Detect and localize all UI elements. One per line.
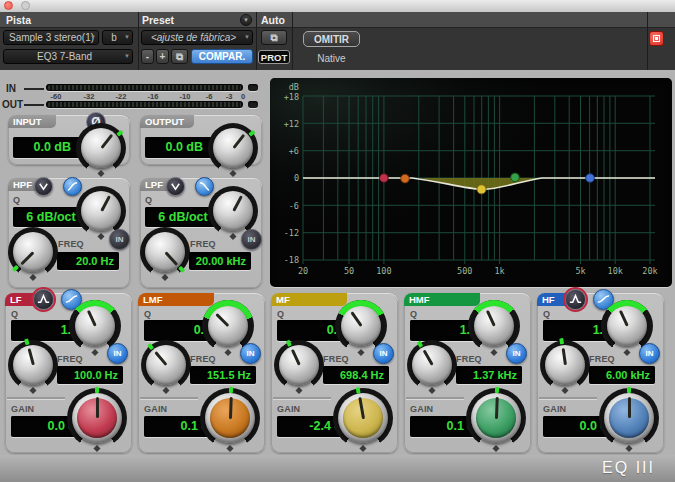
knob-pointer — [232, 195, 243, 212]
mf-freq-knob[interactable] — [272, 338, 326, 392]
input-clip-led[interactable] — [248, 84, 258, 91]
preset-selector[interactable]: <ajuste de fábrica>▼ — [141, 30, 253, 45]
hf-gain-knob[interactable] — [597, 386, 661, 450]
plugin-header: Pista Preset Auto ▼ Sample 3 stereo(1)▼ … — [0, 12, 675, 70]
plugin-selector[interactable]: EQ3 7-Band▼ — [3, 49, 133, 64]
lf-in-button[interactable]: IN — [107, 343, 128, 364]
target-icon — [653, 35, 660, 42]
hf-gain-label: GAIN — [543, 404, 566, 414]
svg-text:+6: +6 — [289, 146, 299, 156]
lmf-band-handle[interactable] — [401, 174, 410, 183]
svg-text:20k: 20k — [642, 266, 657, 276]
input-gain-knob[interactable] — [74, 121, 128, 175]
preset-section-label: Preset — [142, 14, 174, 26]
input-gain-value: 0.0 dB — [13, 137, 83, 158]
mf-gain-knob[interactable] — [331, 386, 395, 450]
hmf-q-label: Q — [410, 309, 417, 319]
compare-button[interactable]: COMPAR. — [191, 49, 253, 64]
hf-in-button[interactable]: IN — [639, 343, 660, 364]
knob-indicator — [627, 387, 631, 393]
librarian-menu-button[interactable]: ⧉ — [171, 49, 188, 64]
hmf-freq-value: 1.37 kHz — [456, 366, 522, 384]
meter-scale-tick: -32 — [84, 92, 95, 101]
overlap-squares-icon: ⧉ — [270, 32, 277, 44]
lmf-gain-knob[interactable] — [198, 386, 262, 450]
bypass-button[interactable]: OMITIR — [303, 31, 360, 47]
hmf-freq-knob[interactable] — [405, 338, 459, 392]
lmf-gain-label: GAIN — [144, 404, 167, 414]
knob-pointer — [422, 349, 433, 365]
preset-next-button[interactable]: + — [156, 49, 169, 64]
svg-text:100: 100 — [376, 266, 391, 276]
output-gain-knob[interactable] — [206, 121, 260, 175]
minimize-button[interactable] — [21, 1, 30, 10]
lmf-freq-value: 151.5 Hz — [190, 366, 256, 384]
meter-scale-tick: 0 — [241, 92, 245, 101]
knob-pointer — [154, 351, 167, 366]
lf-q-label: Q — [11, 309, 18, 319]
mf-in-button[interactable]: IN — [373, 343, 394, 364]
knob-pointer — [164, 251, 178, 266]
hpf-in-button[interactable]: IN — [109, 229, 130, 250]
hpf-notch-type-button[interactable] — [34, 177, 53, 196]
knob-pointer — [229, 396, 233, 418]
svg-text:-18: -18 — [284, 255, 299, 265]
knob-pointer — [350, 311, 362, 327]
divider — [140, 397, 198, 400]
meter-scale-tick: -22 — [116, 92, 127, 101]
chevron-down-icon: ▼ — [243, 17, 249, 23]
close-button[interactable] — [4, 1, 13, 10]
lpf-freq-knob[interactable] — [138, 225, 192, 279]
knob-pointer — [27, 348, 34, 365]
lf-band-handle[interactable] — [380, 174, 389, 183]
meter-out-label: OUT — [2, 99, 23, 110]
lmf-q-label: Q — [144, 309, 151, 319]
lmf-in-button[interactable]: IN — [240, 343, 261, 364]
svg-text:0: 0 — [294, 173, 299, 183]
plugin-name: EQ3 7-Band — [37, 51, 92, 62]
hpf-freq-knob[interactable] — [6, 225, 60, 279]
lf-gain-knob[interactable] — [65, 386, 129, 450]
playlist-name: b — [111, 32, 117, 43]
knob-pointer — [290, 349, 300, 366]
lf-freq-knob[interactable] — [6, 338, 60, 392]
output-section: OUTPUT 0.0 dB — [140, 115, 262, 165]
divider — [7, 397, 65, 400]
band-lf: LF Q 1.00 IN FREQ 100.0 Hz GAIN 0.0 dB — [5, 293, 132, 453]
knob-pointer — [561, 348, 566, 365]
eq-frequency-graph[interactable]: dB +18 +12 +6 0 -6 -12 -18 20 50 100 500… — [270, 78, 672, 287]
meter-scale-tick: -6 — [206, 92, 213, 101]
divider — [539, 397, 597, 400]
knob-cap — [81, 191, 121, 231]
hmf-band-handle[interactable] — [511, 173, 520, 182]
peak-curve-icon — [36, 292, 51, 307]
track-selector[interactable]: Sample 3 stereo(1)▼ — [3, 30, 99, 45]
preset-previous-button[interactable]: - — [141, 49, 154, 64]
hpf-section: HPF Q 6 dB/oct FREQ 20.0 Hz IN — [8, 178, 130, 288]
band-lmf: LMF Q 0.53 IN FREQ 151.5 Hz GAIN 0.1 dB — [138, 293, 265, 453]
hf-band-handle[interactable] — [586, 174, 595, 183]
svg-text:+12: +12 — [284, 119, 299, 129]
hf-freq-knob[interactable] — [538, 338, 592, 392]
knob-indicator — [559, 338, 564, 344]
knob-pointer — [215, 313, 229, 327]
header-divider — [647, 12, 648, 70]
lpf-in-button[interactable]: IN — [241, 229, 262, 250]
output-clip-led[interactable] — [248, 101, 258, 108]
mf-band-handle[interactable] — [477, 185, 486, 194]
lf-peak-type-button[interactable] — [33, 289, 54, 310]
playlist-selector[interactable]: b▼ — [102, 30, 133, 45]
lmf-freq-label: FREQ — [190, 354, 216, 364]
lf-gain-label: GAIN — [11, 404, 34, 414]
hmf-in-button[interactable]: IN — [506, 343, 527, 364]
svg-text:dB: dB — [289, 82, 299, 92]
auto-enable-button[interactable]: ⧉ — [261, 30, 287, 45]
hf-peak-type-button[interactable] — [565, 289, 586, 310]
knob-pointer — [232, 134, 245, 149]
target-button[interactable] — [649, 31, 664, 46]
lmf-freq-knob[interactable] — [139, 338, 193, 392]
hmf-gain-knob[interactable] — [464, 386, 528, 450]
lpf-notch-type-button[interactable] — [166, 177, 185, 196]
auto-safe-button[interactable]: PROT — [258, 50, 290, 64]
preset-menu-button[interactable]: ▼ — [240, 14, 252, 26]
